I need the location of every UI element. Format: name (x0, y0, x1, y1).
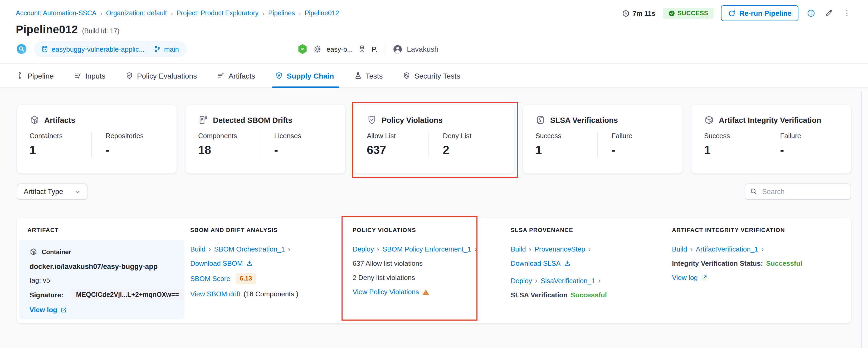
breadcrumb-project[interactable]: Project: Product Exploratory (177, 9, 258, 17)
execution-duration: 7m 11s (622, 9, 655, 17)
card-sbom-drifts: Detected SBOM Drifts Components18 Licens… (186, 105, 345, 173)
breadcrumb-organization[interactable]: Organization: default (106, 9, 167, 17)
card-slsa-verifications: SLSA Verifications Success1 Failure- (523, 105, 682, 173)
search-input[interactable] (745, 183, 851, 200)
shield-check-icon (367, 115, 377, 125)
git-branch-icon (154, 45, 161, 53)
tab-artifacts[interactable]: Artifacts (217, 64, 255, 88)
integrity-stage-link[interactable]: Build (672, 245, 687, 254)
page-title: Pipeline012 (16, 23, 78, 36)
column-header-artifact: ARTIFACT (17, 227, 187, 233)
breadcrumb-separator: › (299, 9, 301, 17)
chevron-right-icon: › (209, 245, 211, 254)
allow-list-violations: 637 Allow list violations (352, 259, 423, 268)
breadcrumb-separator: › (100, 9, 102, 17)
policy-step-link[interactable]: SBOM Policy Enforcement_1 (383, 245, 471, 254)
filter-row: Artifact Type (17, 183, 851, 200)
more-options-button[interactable] (842, 8, 852, 19)
artifact-verification-step-link[interactable]: ArtifactVerification_1 (696, 245, 758, 254)
view-sbom-drift-link[interactable]: View SBOM drift (190, 289, 240, 298)
slsa-verification-status: Successful (571, 291, 607, 299)
table-header-row: ARTIFACT SBOM AND DRIFT ANALYSIS POLICY … (17, 218, 851, 233)
breadcrumb-account[interactable]: Account: Automation-SSCA (16, 9, 96, 17)
stat-label: Allow List (367, 132, 429, 140)
page: Account: Automation-SSCA › Organization:… (0, 0, 868, 348)
sbom-drift-note: (18 Components ) (244, 289, 298, 298)
column-header-artifact-integrity: ARTIFACT INTEGRITY VERIFICATION (668, 227, 851, 233)
sbom-score-link[interactable]: SBOM Score (190, 274, 230, 283)
repo-link[interactable]: easybuggy-vulnerable-applic... (41, 45, 145, 53)
slsa-stage-link[interactable]: Build (511, 245, 526, 254)
stat-value: - (274, 143, 333, 157)
chevron-down-icon (74, 188, 81, 195)
chevron-right-icon: › (377, 245, 379, 254)
card-artifacts: Artifacts Containers1 Repositories- (17, 105, 177, 173)
harness-ci-icon: ∞ (297, 44, 308, 54)
provenance-step-link[interactable]: ProvenanceStep (535, 245, 585, 254)
svg-text:∞: ∞ (301, 47, 304, 52)
download-sbom-link[interactable]: Download SBOM (190, 259, 243, 268)
stat-value: 1 (704, 143, 766, 157)
sbom-stage-link[interactable]: Build (190, 245, 206, 254)
stat-label: Containers (30, 132, 91, 140)
view-log-link[interactable]: View log (30, 306, 67, 314)
download-slsa-link[interactable]: Download SLSA (511, 259, 560, 268)
slsa-verification-label: SLSA Verification (511, 291, 567, 299)
slsa-verification-step-link[interactable]: SlsaVerification_1 (541, 276, 595, 285)
artifact-type-select[interactable]: Artifact Type (17, 183, 88, 200)
chevron-right-icon: › (598, 276, 600, 285)
stat-label: Success (535, 132, 597, 140)
trigger-webhook-icon (16, 43, 27, 55)
tab-pipeline[interactable]: Pipeline (16, 64, 54, 88)
stat-label: Success (704, 132, 766, 140)
view-log-link[interactable]: View log (672, 273, 707, 282)
stat-value: - (612, 143, 670, 157)
tab-policy-evaluations[interactable]: Policy Evaluations (125, 64, 197, 88)
breadcrumb-separator: › (170, 9, 173, 17)
tab-supply-chain[interactable]: Supply Chain (275, 64, 334, 88)
branch-link[interactable]: main (154, 45, 179, 53)
avatar-icon (393, 44, 403, 54)
tab-inputs[interactable]: Inputs (74, 64, 105, 88)
view-policy-violations-link[interactable]: View Policy Violations (352, 287, 419, 296)
build-id: (Build Id: 17) (82, 27, 120, 35)
tab-security-tests[interactable]: Security Tests (403, 64, 460, 88)
sbom-step-link[interactable]: SBOM Orchestration_1 (214, 245, 285, 254)
stat-label: Licenses (274, 132, 333, 140)
chevron-right-icon: › (762, 245, 764, 254)
artifact-name: docker.io/lavakush07/easy-buggy-app (30, 263, 174, 270)
container-cube-icon (30, 248, 37, 256)
chevron-right-icon: › (535, 276, 537, 285)
info-icon (807, 9, 815, 18)
clock-icon (622, 9, 630, 17)
stat-value: 1 (30, 143, 91, 157)
slsa-provenance-cell: Build › ProvenanceStep › Download SLSA D… (507, 240, 668, 319)
breadcrumb-pipelines[interactable]: Pipelines (268, 9, 295, 17)
stat-label: Deny List (443, 132, 501, 140)
cube-icon (30, 115, 39, 125)
artifacts-table: ARTIFACT SBOM AND DRIFT ANALYSIS POLICY … (17, 218, 851, 323)
cube-icon (704, 115, 714, 125)
info-button[interactable] (806, 8, 816, 19)
pencil-icon (825, 9, 833, 18)
header: Account: Automation-SSCA › Organization:… (0, 0, 868, 88)
external-link-icon (701, 274, 707, 281)
integrity-status-label: Integrity Verification Status: (672, 259, 763, 268)
breadcrumb-pipeline012[interactable]: Pipeline012 (305, 9, 339, 17)
service-gear-icon (313, 45, 321, 53)
search-icon (750, 188, 757, 195)
card-artifact-integrity: Artifact Integrity Verification Success1… (691, 105, 851, 173)
supply-chain-panel: Artifacts Containers1 Repositories- Dete… (0, 88, 868, 346)
edit-pipeline-button[interactable] (824, 8, 834, 19)
check-circle-icon (668, 10, 675, 17)
rerun-icon (728, 9, 736, 17)
tab-tests[interactable]: Tests (354, 64, 383, 88)
vertical-scrollbar[interactable] (861, 91, 868, 348)
sbom-document-icon (198, 115, 208, 125)
rerun-pipeline-button[interactable]: Re-run Pipeline (721, 5, 799, 21)
policy-stage-link[interactable]: Deploy (352, 245, 374, 254)
stat-label: Failure (612, 132, 670, 140)
breadcrumb-separator: › (262, 9, 265, 17)
service-label: easy-b... (327, 45, 353, 53)
slsa-deploy-stage-link[interactable]: Deploy (511, 276, 532, 285)
